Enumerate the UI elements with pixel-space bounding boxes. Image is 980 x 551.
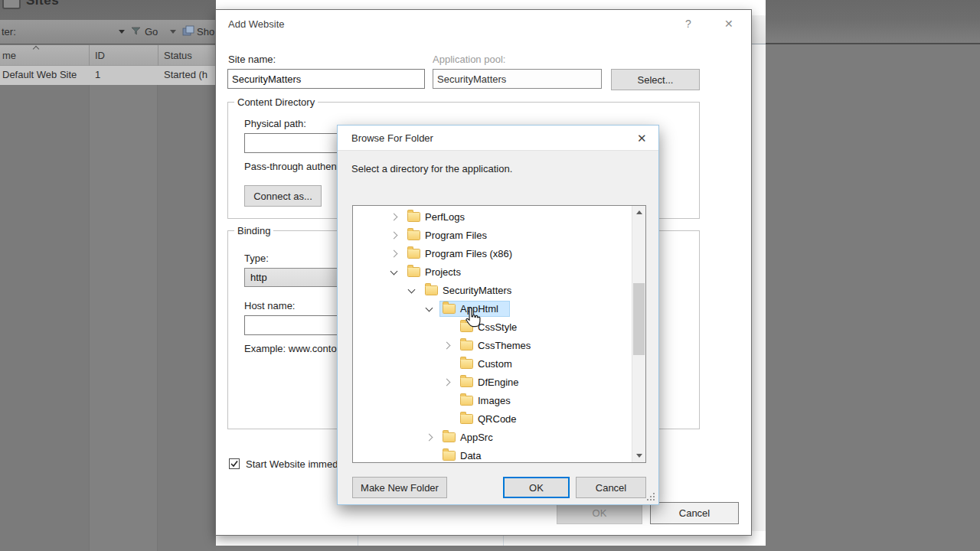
sites-column-headers: me ID Status [0, 45, 216, 66]
folder-icon [460, 359, 473, 369]
application-pool-label: Application pool: [433, 54, 505, 65]
scroll-down-icon[interactable] [636, 454, 642, 458]
start-website-checkbox[interactable] [229, 458, 240, 469]
tree-item-label: QRCode [478, 413, 517, 425]
dialog-title: Add Website [228, 18, 284, 30]
dialog-titlebar: Browse For Folder ✕ [338, 126, 658, 151]
ok-button[interactable]: OK [503, 477, 570, 498]
show-all-label[interactable]: Sho [197, 26, 214, 37]
folder-icon [460, 341, 473, 350]
filter-label: ter: [2, 26, 16, 37]
folder-icon [460, 414, 473, 424]
chevron-right-icon[interactable] [443, 379, 451, 386]
column-header-status[interactable]: Status [164, 50, 192, 61]
checkmark-icon [230, 459, 239, 468]
column-header-name[interactable]: me [2, 50, 16, 61]
chevron-right-icon[interactable] [390, 250, 398, 258]
chevron-right-icon[interactable] [390, 214, 398, 221]
tree-item-label: CssThemes [478, 340, 531, 351]
type-dropdown-value: http [250, 272, 267, 283]
folder-icon [460, 396, 473, 406]
tree-item-program-files[interactable]: Program Files [353, 227, 632, 245]
sort-ascending-icon [33, 46, 39, 52]
site-list-empty-area [0, 85, 216, 551]
go-button[interactable]: Go [145, 26, 158, 37]
filter-toolbar: ter: Go Sho [0, 20, 216, 44]
tree-item-custom[interactable]: Custom [353, 355, 632, 373]
close-icon[interactable]: ✕ [637, 132, 647, 145]
chevron-down-icon[interactable] [426, 305, 433, 312]
folder-icon [425, 285, 438, 295]
column-header-id[interactable]: ID [95, 50, 105, 61]
make-new-folder-button[interactable]: Make New Folder [352, 477, 447, 498]
physical-path-label: Physical path: [244, 118, 306, 129]
site-list-row[interactable]: Default Web Site 1 Started (h [0, 66, 216, 85]
tree-item-dfengine[interactable]: DfEngine [353, 373, 632, 392]
chevron-right-icon[interactable] [443, 342, 451, 350]
filter-funnel-icon[interactable] [131, 27, 141, 36]
tree-item-securitymatters[interactable]: SecurityMatters [353, 282, 632, 300]
tree-item-program-files-x86[interactable]: Program Files (x86) [353, 245, 632, 263]
folder-icon [407, 230, 420, 240]
tree-scrollbar[interactable] [632, 206, 645, 462]
tree-item-data[interactable]: Data [353, 447, 632, 463]
browse-for-folder-dialog: Browse For Folder ✕ Select a directory f… [337, 125, 659, 505]
dialog-instruction: Select a directory for the application. [351, 163, 512, 174]
screen: Sites ter: Go Sho me ID Status Default W… [0, 0, 980, 551]
folder-tree: PerfLogs Program Files Program Files (x8… [352, 205, 646, 463]
tree-item-label: SecurityMatters [443, 285, 511, 296]
tree-item-appsrc[interactable]: AppSrc [353, 429, 632, 447]
folder-icon [407, 212, 420, 222]
chevron-right-icon[interactable] [390, 232, 398, 240]
tree-item-perflogs[interactable]: PerfLogs [353, 208, 632, 227]
hand-cursor [463, 306, 482, 328]
tree-item-qrcode[interactable]: QRCode [353, 410, 632, 429]
tree-item-images[interactable]: Images [353, 392, 632, 410]
tree-item-label: AppSrc [460, 432, 493, 443]
close-icon[interactable]: ✕ [724, 18, 733, 30]
site-id-cell: 1 [95, 69, 100, 80]
tree-item-cssthemes[interactable]: CssThemes [353, 337, 632, 355]
chevron-down-icon[interactable] [390, 268, 398, 276]
folder-icon [460, 377, 473, 387]
tree-item-label: Data [460, 450, 481, 461]
resize-grip[interactable] [653, 499, 655, 500]
folder-icon [443, 451, 456, 461]
chevron-down-icon[interactable] [408, 286, 416, 294]
cancel-button[interactable]: Cancel [650, 502, 739, 524]
cancel-button[interactable]: Cancel [576, 477, 646, 498]
folder-icon [407, 267, 420, 277]
sites-icon [2, 0, 21, 9]
help-icon[interactable]: ? [685, 18, 691, 30]
tree-item-label: PerfLogs [425, 211, 465, 223]
folder-icon [407, 249, 420, 259]
sites-page-title: Sites [26, 0, 59, 8]
column-shading [89, 85, 158, 551]
tree-item-cssstyle[interactable]: CssStyle [353, 318, 632, 337]
tree-item-label: DfEngine [478, 377, 518, 388]
iis-header-fragment: Sites [0, 0, 216, 20]
column-divider [89, 45, 90, 66]
site-status-cell: Started (h [164, 69, 207, 80]
chevron-right-icon[interactable] [426, 434, 433, 442]
select-app-pool-button[interactable]: Select... [611, 69, 700, 90]
application-pool-input[interactable] [433, 69, 602, 89]
dropdown-arrow-icon[interactable] [170, 30, 176, 34]
tree-item-label: Projects [425, 266, 461, 278]
tree-item-label: Program Files [425, 230, 487, 241]
tree-item-label: Program Files (x86) [425, 248, 512, 259]
show-all-icon[interactable] [182, 25, 194, 37]
tree-item-apphtml-selected[interactable]: AppHtml [353, 300, 632, 318]
scrollbar-thumb[interactable] [633, 283, 645, 355]
scroll-up-icon[interactable] [636, 210, 642, 214]
type-label: Type: [244, 253, 269, 264]
tree-item-label: Custom [478, 358, 512, 370]
binding-legend: Binding [234, 225, 273, 236]
dropdown-arrow-icon[interactable] [119, 30, 125, 34]
tree-item-label: Images [478, 395, 511, 406]
tree-item-projects[interactable]: Projects [353, 263, 632, 282]
ok-button[interactable]: OK [557, 502, 642, 524]
tree-item-label: CssStyle [478, 321, 517, 333]
connect-as-button[interactable]: Connect as... [244, 185, 322, 207]
site-name-input[interactable] [227, 69, 425, 89]
